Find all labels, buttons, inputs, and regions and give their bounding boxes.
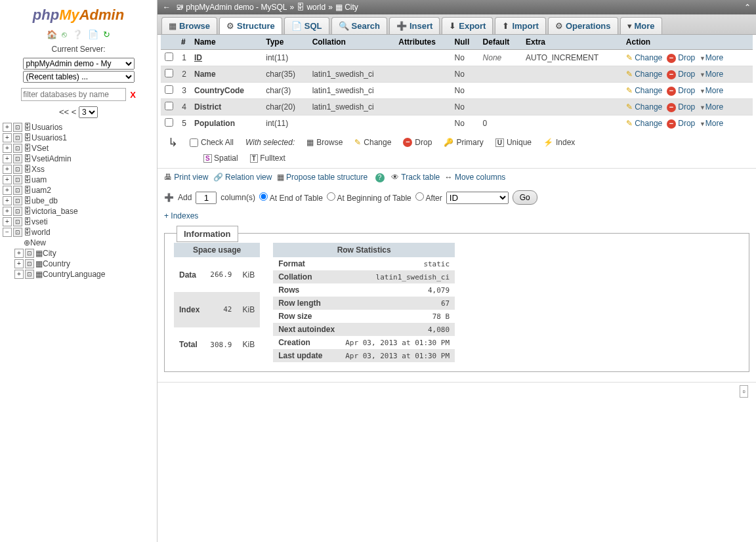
- bulk-drop[interactable]: − Drop: [403, 138, 432, 147]
- new-table[interactable]: New: [30, 238, 46, 247]
- tab-operations[interactable]: ⚙Operations: [548, 17, 618, 34]
- tab-sql[interactable]: 📄SQL: [284, 17, 329, 34]
- tab-import[interactable]: ⬆Import: [495, 17, 545, 34]
- table-item[interactable]: City: [43, 249, 56, 258]
- column-name[interactable]: District: [194, 102, 221, 112]
- more-link[interactable]: More: [705, 119, 723, 128]
- db-item[interactable]: ube_db: [32, 196, 58, 205]
- home-icon[interactable]: 🏠: [47, 30, 57, 39]
- add-count-input[interactable]: [196, 192, 217, 204]
- expand-icon[interactable]: +: [3, 123, 12, 132]
- db-item[interactable]: VSet: [32, 144, 49, 153]
- track-link[interactable]: Track table: [401, 173, 440, 182]
- relation-link[interactable]: Relation view: [225, 173, 272, 182]
- column-name[interactable]: CountryCode: [194, 86, 244, 95]
- sql-icon[interactable]: 📄: [88, 30, 98, 39]
- check-all-checkbox[interactable]: [190, 138, 198, 147]
- expand-icon[interactable]: +: [3, 207, 12, 216]
- tab-more[interactable]: ▾More: [620, 17, 662, 34]
- db-item[interactable]: Usuarios: [32, 123, 62, 132]
- logo[interactable]: phpMyAdmin: [0, 3, 157, 27]
- expand-icon[interactable]: +: [14, 270, 24, 279]
- link-icon[interactable]: ⊡: [13, 123, 22, 132]
- expand-icon[interactable]: +: [3, 196, 12, 205]
- expand-icon[interactable]: +: [14, 249, 24, 258]
- db-item[interactable]: Xss: [32, 165, 45, 174]
- expand-icon[interactable]: +: [3, 154, 12, 163]
- tab-search[interactable]: 🔍Search: [331, 17, 387, 34]
- link-icon[interactable]: ⊡: [13, 144, 22, 153]
- tab-structure[interactable]: ⚙Structure: [219, 17, 282, 34]
- more-link[interactable]: More: [705, 53, 723, 62]
- change-link[interactable]: Change: [635, 70, 662, 79]
- change-link[interactable]: Change: [635, 53, 662, 62]
- expand-icon[interactable]: +: [14, 259, 24, 268]
- bulk-index[interactable]: ⚡ Index: [543, 138, 575, 147]
- add-after-radio[interactable]: [415, 192, 424, 201]
- back-arrow-icon[interactable]: ←: [163, 3, 171, 12]
- link-icon[interactable]: ⊡: [13, 196, 22, 205]
- more-link[interactable]: More: [705, 102, 723, 112]
- reload-icon[interactable]: ↻: [103, 30, 110, 39]
- link-icon[interactable]: ⊡: [13, 207, 22, 216]
- change-link[interactable]: Change: [635, 119, 662, 128]
- bulk-browse[interactable]: ▦ Browse: [306, 138, 343, 147]
- link-icon[interactable]: ⊡: [25, 270, 34, 279]
- column-name[interactable]: ID: [194, 53, 202, 62]
- db-item[interactable]: uam: [32, 175, 47, 184]
- link-icon[interactable]: ⊡: [13, 175, 22, 184]
- bulk-fulltext[interactable]: T Fulltext: [250, 154, 285, 163]
- add-after-select[interactable]: ID: [446, 192, 509, 204]
- page-select[interactable]: 3: [79, 106, 98, 118]
- filter-clear-icon[interactable]: X: [130, 90, 136, 100]
- table-item[interactable]: CountryLanguage: [43, 270, 105, 279]
- drop-link[interactable]: Drop: [678, 53, 695, 62]
- expand-icon[interactable]: +: [3, 186, 12, 195]
- link-icon[interactable]: ⊡: [25, 249, 34, 258]
- expand-icon[interactable]: +: [3, 133, 12, 142]
- add-end-radio[interactable]: [259, 192, 268, 201]
- table-item[interactable]: Country: [43, 259, 70, 268]
- go-button[interactable]: Go: [513, 190, 537, 205]
- row-checkbox[interactable]: [165, 52, 173, 61]
- drop-link[interactable]: Drop: [678, 119, 695, 128]
- filter-databases-input[interactable]: [21, 88, 126, 101]
- expand-icon[interactable]: +: [3, 165, 12, 174]
- bulk-change[interactable]: ✎ Change: [354, 138, 391, 147]
- indexes-toggle[interactable]: + Indexes: [158, 209, 756, 223]
- db-item[interactable]: vseti: [32, 217, 48, 226]
- row-checkbox[interactable]: [165, 85, 173, 94]
- link-icon[interactable]: ⊡: [13, 217, 22, 226]
- drop-link[interactable]: Drop: [678, 102, 695, 112]
- row-checkbox[interactable]: [165, 118, 173, 127]
- print-link[interactable]: Print view: [174, 173, 208, 182]
- bookmark-icon[interactable]: ▫: [740, 385, 748, 398]
- drop-link[interactable]: Drop: [678, 70, 695, 79]
- expand-icon[interactable]: +: [3, 175, 12, 184]
- change-link[interactable]: Change: [635, 102, 662, 112]
- help-icon[interactable]: ?: [375, 173, 385, 182]
- db-item-world[interactable]: world: [32, 228, 51, 237]
- expand-icon[interactable]: +: [3, 217, 12, 226]
- bulk-primary[interactable]: 🔑 Primary: [444, 138, 483, 147]
- link-icon[interactable]: ⊡: [25, 259, 34, 268]
- expand-icon[interactable]: +: [3, 144, 12, 153]
- propose-link[interactable]: Propose table structure: [286, 173, 368, 182]
- more-link[interactable]: More: [705, 70, 723, 79]
- recent-tables-select[interactable]: (Recent tables) ...: [23, 71, 135, 83]
- page-prev[interactable]: << <: [59, 107, 76, 117]
- column-name[interactable]: Name: [194, 70, 216, 79]
- breadcrumb-table[interactable]: City: [345, 3, 358, 12]
- change-link[interactable]: Change: [635, 86, 662, 95]
- docs-icon[interactable]: ❔: [72, 30, 83, 39]
- link-icon[interactable]: ⊡: [13, 133, 22, 142]
- logout-icon[interactable]: ⎋: [62, 30, 67, 39]
- db-item[interactable]: uam2: [32, 186, 51, 195]
- db-item[interactable]: Usuarios1: [32, 133, 67, 142]
- bulk-spatial[interactable]: S Spatial: [203, 154, 238, 163]
- bulk-unique[interactable]: U Unique: [495, 138, 532, 147]
- row-checkbox[interactable]: [165, 102, 173, 110]
- add-begin-radio[interactable]: [327, 192, 335, 201]
- link-icon[interactable]: ⊡: [13, 165, 22, 174]
- server-select[interactable]: phpMyAdmin demo - My: [23, 58, 135, 70]
